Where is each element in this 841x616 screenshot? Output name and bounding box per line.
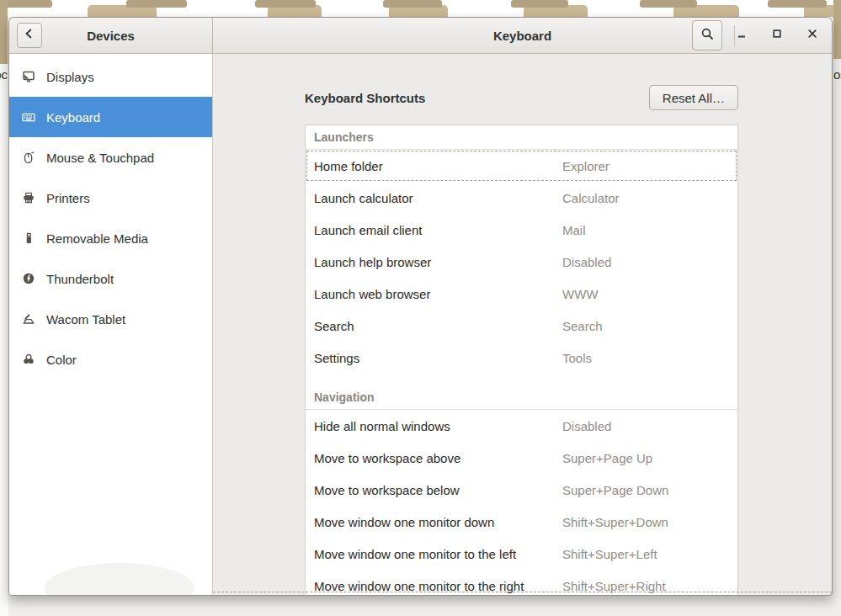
shortcut-row-launch-help-browser[interactable]: Launch help browserDisabled (306, 246, 737, 278)
desktop-right-margin (833, 59, 841, 616)
sidebar-item-label: Thunderbolt (46, 272, 114, 286)
shortcut-label: Move window one monitor down (314, 515, 562, 529)
color-icon (22, 353, 35, 366)
shortcut-label: Launch calculator (314, 191, 562, 205)
magnifier-icon (700, 27, 715, 45)
folder-shape (0, 0, 8, 64)
sidebar-item-wacom-tablet[interactable]: Wacom Tablet (9, 299, 212, 339)
shortcut-binding: Explorer (562, 159, 729, 173)
folder-shape (0, 0, 52, 8)
back-button[interactable] (17, 23, 42, 48)
keyboard-icon (22, 110, 35, 124)
maximize-button[interactable] (770, 29, 784, 42)
shortcut-label: Move to workspace above (314, 451, 562, 465)
removable-media-icon (22, 231, 35, 245)
mouse-icon (22, 151, 35, 164)
folder-shape (126, 0, 187, 8)
headerbar: Devices Keyboard (9, 18, 832, 54)
sidebar-item-label: Printers (46, 191, 90, 205)
panel-list-title: Devices (87, 29, 135, 43)
sidebar: DisplaysKeyboardMouse & TouchpadPrinters… (9, 54, 213, 595)
headerbar-left: Devices (9, 18, 213, 53)
settings-window: Devices Keyboard DisplaysKeyboardMouse &… (8, 17, 833, 596)
shortcut-label: Home folder (314, 159, 562, 173)
shortcut-row-launch-email-client[interactable]: Launch email clientMail (306, 214, 737, 246)
shortcut-binding: Disabled (562, 419, 729, 433)
sidebar-item-color[interactable]: Color (9, 339, 212, 380)
shortcut-row-hide-all-normal-windows[interactable]: Hide all normal windowsDisabled (306, 410, 737, 442)
shortcut-binding: Super+Page Up (562, 451, 729, 465)
window-body: DisplaysKeyboardMouse & TouchpadPrinters… (9, 54, 832, 595)
folder-shape (640, 0, 697, 8)
shortcut-row-settings[interactable]: SettingsTools (306, 342, 737, 374)
shortcut-label: Launch web browser (314, 287, 562, 301)
page-title: Keyboard Shortcuts (305, 91, 425, 105)
screen: oc os Devices Keyboard (0, 0, 841, 616)
sidebar-item-thunderbolt[interactable]: Thunderbolt (9, 258, 212, 299)
wacom-tablet-icon (22, 312, 35, 326)
shortcut-binding: Shift+Super+Left (562, 547, 729, 561)
sidebar-item-label: Keyboard (46, 110, 100, 125)
background-text-fragment: oc (0, 67, 8, 84)
shortcut-label: Search (314, 319, 562, 333)
shortcut-label: Move window one monitor to the right (314, 579, 562, 593)
minimize-button[interactable] (735, 29, 748, 42)
desktop-left-margin (0, 64, 8, 616)
shortcut-row-home-folder[interactable]: Home folderExplorer (306, 150, 737, 182)
close-button[interactable] (806, 29, 819, 42)
shortcut-row-launch-calculator[interactable]: Launch calculatorCalculator (306, 182, 737, 214)
scroll-undershoot-indicator (213, 592, 832, 592)
folder-shape (768, 0, 827, 8)
sidebar-item-keyboard[interactable]: Keyboard (9, 97, 212, 137)
shortcut-binding: Search (562, 319, 729, 333)
sidebar-item-label: Wacom Tablet (46, 312, 125, 327)
shortcut-label: Launch email client (314, 223, 562, 237)
shortcut-row-launch-web-browser[interactable]: Launch web browserWWW (306, 278, 737, 310)
shortcut-row-move-to-workspace-below[interactable]: Move to workspace belowSuper+Page Down (306, 474, 737, 506)
page-header-title: Keyboard (493, 29, 551, 43)
sidebar-item-printers[interactable]: Printers (9, 178, 212, 218)
sidebar-item-label: Displays (46, 70, 94, 84)
folder-shape (833, 0, 841, 59)
sidebar-decoration (45, 563, 194, 595)
sidebar-item-label: Mouse & Touchpad (46, 151, 154, 165)
sidebar-item-mouse-touchpad[interactable]: Mouse & Touchpad (9, 137, 212, 178)
displays-icon (22, 70, 35, 83)
shortcut-row-move-to-workspace-above[interactable]: Move to workspace aboveSuper+Page Up (306, 442, 737, 474)
shortcut-label: Move to workspace below (314, 483, 562, 497)
maximize-icon (770, 27, 784, 44)
shortcut-row-move-window-one-monitor-down[interactable]: Move window one monitor downShift+Super+… (306, 506, 737, 538)
sidebar-item-removable-media[interactable]: Removable Media (9, 218, 212, 258)
minimize-icon (735, 27, 748, 44)
shortcut-binding: Shift+Super+Down (562, 515, 729, 529)
shortcut-binding: Mail (562, 223, 729, 237)
printer-icon (22, 191, 35, 204)
background-text-fragment: os (833, 67, 841, 84)
shortcut-label: Settings (314, 351, 562, 365)
content-header: Keyboard Shortcuts Reset All… (305, 85, 738, 110)
sidebar-item-label: Color (46, 353, 77, 367)
shortcut-binding: Tools (562, 351, 729, 365)
sidebar-item-displays[interactable]: Displays (9, 56, 212, 97)
shortcut-label: Hide all normal windows (314, 419, 562, 433)
headerbar-right: Keyboard (213, 18, 832, 53)
shortcut-row-search[interactable]: SearchSearch (306, 310, 737, 342)
shortcut-binding: Calculator (562, 191, 729, 205)
close-icon (806, 27, 819, 44)
window-controls (735, 18, 819, 53)
sidebar-item-label: Removable Media (46, 231, 148, 246)
shortcut-binding: Super+Page Down (562, 483, 729, 497)
section-header: Navigation (306, 385, 737, 410)
keyboard-shortcuts-panel: Keyboard Shortcuts Reset All… LaunchersH… (213, 54, 832, 595)
folder-shape (511, 0, 568, 8)
back-chevron-icon (23, 27, 36, 44)
thunderbolt-icon (22, 272, 35, 285)
reset-all-button[interactable]: Reset All… (649, 85, 738, 110)
folder-shape (255, 0, 316, 8)
shortcut-label: Launch help browser (314, 255, 562, 269)
shortcut-row-move-window-one-monitor-to-the-left[interactable]: Move window one monitor to the leftShift… (306, 538, 737, 570)
search-button[interactable] (692, 20, 722, 50)
shortcut-section-navigation: NavigationHide all normal windowsDisable… (306, 385, 737, 595)
shortcut-list: LaunchersHome folderExplorerLaunch calcu… (305, 125, 738, 595)
shortcut-binding: Disabled (562, 255, 729, 269)
